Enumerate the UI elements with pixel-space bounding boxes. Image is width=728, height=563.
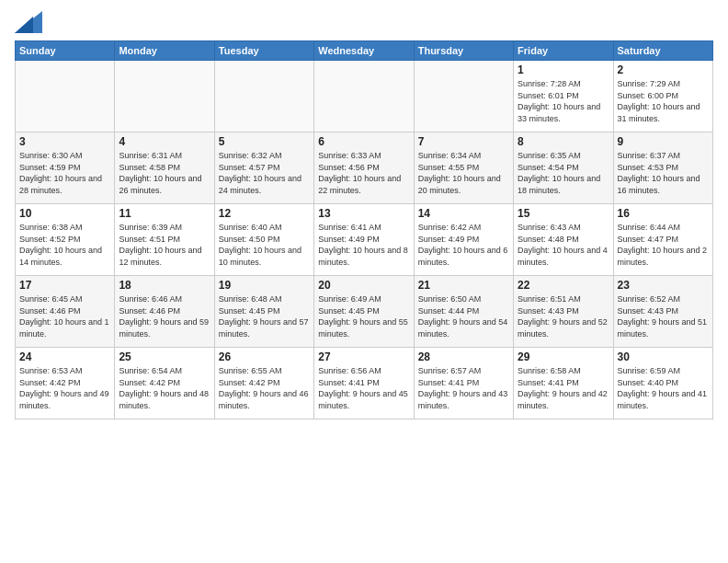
day-info: Sunrise: 7:28 AM Sunset: 6:01 PM Dayligh…	[518, 78, 609, 124]
day-info: Sunrise: 6:30 AM Sunset: 4:59 PM Dayligh…	[19, 150, 110, 196]
day-number: 13	[318, 207, 409, 220]
day-number: 28	[418, 350, 509, 363]
day-info: Sunrise: 6:37 AM Sunset: 4:53 PM Dayligh…	[618, 150, 709, 196]
day-info: Sunrise: 6:38 AM Sunset: 4:52 PM Dayligh…	[19, 222, 110, 268]
week-row-3: 10Sunrise: 6:38 AM Sunset: 4:52 PM Dayli…	[16, 204, 713, 276]
day-number: 19	[219, 279, 310, 292]
day-info: Sunrise: 6:45 AM Sunset: 4:46 PM Dayligh…	[19, 293, 110, 339]
col-header-monday: Monday	[115, 41, 214, 61]
day-number: 23	[618, 279, 709, 292]
day-number: 22	[518, 279, 609, 292]
week-row-5: 24Sunrise: 6:53 AM Sunset: 4:42 PM Dayli…	[16, 348, 713, 419]
day-cell	[414, 61, 513, 132]
day-info: Sunrise: 6:42 AM Sunset: 4:49 PM Dayligh…	[418, 222, 509, 268]
day-info: Sunrise: 6:50 AM Sunset: 4:44 PM Dayligh…	[418, 293, 509, 339]
day-cell: 27Sunrise: 6:56 AM Sunset: 4:41 PM Dayli…	[314, 348, 414, 419]
day-number: 29	[518, 350, 609, 363]
day-cell: 7Sunrise: 6:34 AM Sunset: 4:55 PM Daylig…	[414, 132, 513, 204]
day-number: 24	[19, 350, 110, 363]
day-number: 27	[318, 350, 409, 363]
day-number: 10	[19, 207, 110, 220]
day-info: Sunrise: 6:43 AM Sunset: 4:48 PM Dayligh…	[518, 222, 609, 268]
page-container: SundayMondayTuesdayWednesdayThursdayFrid…	[0, 0, 728, 427]
day-cell: 13Sunrise: 6:41 AM Sunset: 4:49 PM Dayli…	[314, 204, 414, 276]
day-number: 4	[119, 135, 210, 148]
day-number: 8	[518, 135, 609, 148]
day-cell: 22Sunrise: 6:51 AM Sunset: 4:43 PM Dayli…	[514, 276, 613, 348]
day-info: Sunrise: 6:53 AM Sunset: 4:42 PM Dayligh…	[19, 365, 110, 411]
col-header-sunday: Sunday	[16, 41, 115, 61]
day-info: Sunrise: 6:51 AM Sunset: 4:43 PM Dayligh…	[518, 293, 609, 339]
day-cell	[115, 61, 214, 132]
day-info: Sunrise: 6:48 AM Sunset: 4:45 PM Dayligh…	[219, 293, 310, 339]
week-row-2: 3Sunrise: 6:30 AM Sunset: 4:59 PM Daylig…	[16, 132, 713, 204]
col-header-wednesday: Wednesday	[314, 41, 414, 61]
day-info: Sunrise: 6:56 AM Sunset: 4:41 PM Dayligh…	[318, 365, 409, 411]
day-cell: 15Sunrise: 6:43 AM Sunset: 4:48 PM Dayli…	[514, 204, 613, 276]
day-info: Sunrise: 6:49 AM Sunset: 4:45 PM Dayligh…	[318, 293, 409, 339]
day-cell: 6Sunrise: 6:33 AM Sunset: 4:56 PM Daylig…	[314, 132, 414, 204]
day-info: Sunrise: 7:29 AM Sunset: 6:00 PM Dayligh…	[618, 78, 709, 124]
day-info: Sunrise: 6:59 AM Sunset: 4:40 PM Dayligh…	[618, 365, 709, 411]
day-number: 15	[518, 207, 609, 220]
day-cell: 25Sunrise: 6:54 AM Sunset: 4:42 PM Dayli…	[115, 348, 214, 419]
day-cell: 28Sunrise: 6:57 AM Sunset: 4:41 PM Dayli…	[414, 348, 513, 419]
day-info: Sunrise: 6:54 AM Sunset: 4:42 PM Dayligh…	[119, 365, 210, 411]
day-cell	[314, 61, 414, 132]
day-info: Sunrise: 6:35 AM Sunset: 4:54 PM Dayligh…	[518, 150, 609, 196]
day-info: Sunrise: 6:41 AM Sunset: 4:49 PM Dayligh…	[318, 222, 409, 268]
day-info: Sunrise: 6:31 AM Sunset: 4:58 PM Dayligh…	[119, 150, 210, 196]
day-cell: 19Sunrise: 6:48 AM Sunset: 4:45 PM Dayli…	[214, 276, 313, 348]
day-info: Sunrise: 6:32 AM Sunset: 4:57 PM Dayligh…	[219, 150, 310, 196]
day-number: 16	[618, 207, 709, 220]
day-info: Sunrise: 6:34 AM Sunset: 4:55 PM Dayligh…	[418, 150, 509, 196]
day-number: 12	[219, 207, 310, 220]
week-row-4: 17Sunrise: 6:45 AM Sunset: 4:46 PM Dayli…	[16, 276, 713, 348]
day-number: 26	[219, 350, 310, 363]
day-cell: 21Sunrise: 6:50 AM Sunset: 4:44 PM Dayli…	[414, 276, 513, 348]
day-number: 1	[518, 63, 609, 76]
day-info: Sunrise: 6:55 AM Sunset: 4:42 PM Dayligh…	[219, 365, 310, 411]
day-cell: 8Sunrise: 6:35 AM Sunset: 4:54 PM Daylig…	[514, 132, 613, 204]
day-number: 6	[318, 135, 409, 148]
col-header-saturday: Saturday	[613, 41, 712, 61]
day-number: 3	[19, 135, 110, 148]
day-info: Sunrise: 6:57 AM Sunset: 4:41 PM Dayligh…	[418, 365, 509, 411]
col-header-friday: Friday	[514, 41, 613, 61]
day-cell: 23Sunrise: 6:52 AM Sunset: 4:43 PM Dayli…	[613, 276, 712, 348]
header	[15, 11, 713, 33]
week-row-1: 1Sunrise: 7:28 AM Sunset: 6:01 PM Daylig…	[16, 61, 713, 132]
day-cell: 10Sunrise: 6:38 AM Sunset: 4:52 PM Dayli…	[16, 204, 115, 276]
day-number: 17	[19, 279, 110, 292]
day-info: Sunrise: 6:52 AM Sunset: 4:43 PM Dayligh…	[618, 293, 709, 339]
day-info: Sunrise: 6:33 AM Sunset: 4:56 PM Dayligh…	[318, 150, 409, 196]
day-cell: 11Sunrise: 6:39 AM Sunset: 4:51 PM Dayli…	[115, 204, 214, 276]
day-cell: 5Sunrise: 6:32 AM Sunset: 4:57 PM Daylig…	[214, 132, 313, 204]
day-cell: 9Sunrise: 6:37 AM Sunset: 4:53 PM Daylig…	[613, 132, 712, 204]
day-cell	[214, 61, 313, 132]
day-number: 5	[219, 135, 310, 148]
day-cell: 1Sunrise: 7:28 AM Sunset: 6:01 PM Daylig…	[514, 61, 613, 132]
day-number: 21	[418, 279, 509, 292]
day-cell: 3Sunrise: 6:30 AM Sunset: 4:59 PM Daylig…	[16, 132, 115, 204]
day-number: 30	[618, 350, 709, 363]
logo	[15, 11, 46, 33]
day-info: Sunrise: 6:46 AM Sunset: 4:46 PM Dayligh…	[119, 293, 210, 339]
day-cell: 26Sunrise: 6:55 AM Sunset: 4:42 PM Dayli…	[214, 348, 313, 419]
day-number: 20	[318, 279, 409, 292]
day-number: 9	[618, 135, 709, 148]
day-cell: 24Sunrise: 6:53 AM Sunset: 4:42 PM Dayli…	[16, 348, 115, 419]
day-number: 25	[119, 350, 210, 363]
day-cell: 17Sunrise: 6:45 AM Sunset: 4:46 PM Dayli…	[16, 276, 115, 348]
day-cell: 2Sunrise: 7:29 AM Sunset: 6:00 PM Daylig…	[613, 61, 712, 132]
day-number: 18	[119, 279, 210, 292]
calendar-table: SundayMondayTuesdayWednesdayThursdayFrid…	[15, 40, 713, 419]
calendar-header-row: SundayMondayTuesdayWednesdayThursdayFrid…	[16, 41, 713, 61]
day-info: Sunrise: 6:44 AM Sunset: 4:47 PM Dayligh…	[618, 222, 709, 268]
day-cell: 12Sunrise: 6:40 AM Sunset: 4:50 PM Dayli…	[214, 204, 313, 276]
col-header-thursday: Thursday	[414, 41, 513, 61]
day-cell: 4Sunrise: 6:31 AM Sunset: 4:58 PM Daylig…	[115, 132, 214, 204]
day-cell: 18Sunrise: 6:46 AM Sunset: 4:46 PM Dayli…	[115, 276, 214, 348]
svg-marker-1	[15, 17, 33, 33]
day-cell: 30Sunrise: 6:59 AM Sunset: 4:40 PM Dayli…	[613, 348, 712, 419]
